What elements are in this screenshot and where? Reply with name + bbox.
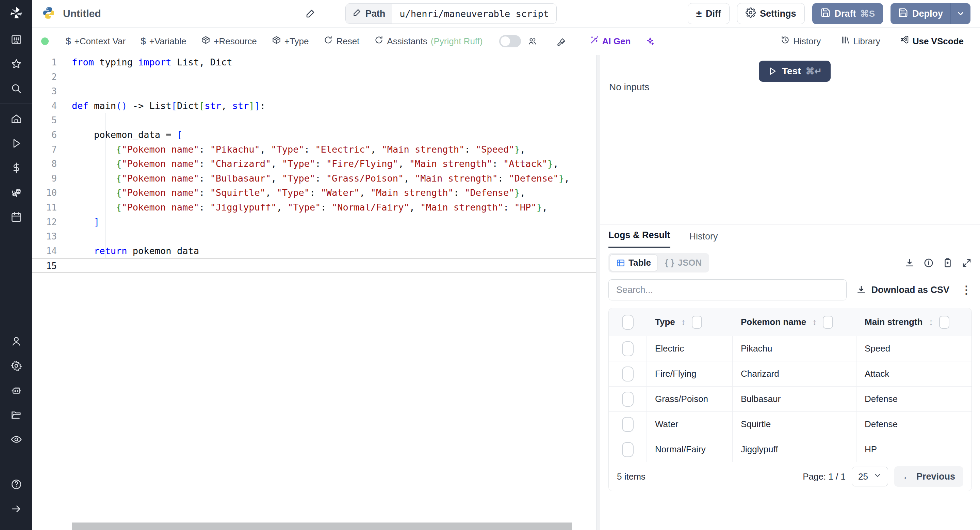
top-bar: Untitled Path u/henri/maneuverable_scrip…: [32, 0, 980, 27]
table-options-kebab-icon[interactable]: ⋮: [961, 283, 972, 296]
code-line-12[interactable]: 12 ]: [32, 215, 596, 230]
sidebar-item-resources[interactable]: [0, 180, 32, 205]
row-checkbox[interactable]: [622, 417, 633, 432]
column-toggle-box[interactable]: [823, 316, 833, 329]
ai-gen-button[interactable]: AI Gen: [582, 35, 638, 47]
add-context-var-button[interactable]: $ +Context Var: [58, 36, 133, 47]
view-table-button[interactable]: Table: [610, 254, 657, 271]
windmill-logo[interactable]: [0, 0, 32, 27]
path-editor[interactable]: Path u/henri/maneuverable_script: [345, 3, 557, 24]
add-type-button[interactable]: +Type: [264, 35, 317, 47]
sort-icon[interactable]: ↕: [812, 317, 817, 327]
sidebar-item-schedules[interactable]: [0, 205, 32, 229]
settings-button[interactable]: Settings: [737, 3, 805, 24]
info-icon[interactable]: [924, 258, 934, 268]
table-cell: Attack: [856, 361, 972, 386]
sidebar-item-settings[interactable]: [0, 354, 32, 378]
previous-page-button[interactable]: ← Previous: [894, 466, 963, 487]
page-size-select[interactable]: 25: [852, 467, 888, 486]
tab-logs-result[interactable]: Logs & Result: [608, 230, 670, 248]
copy-result-icon[interactable]: [943, 258, 953, 268]
path-label: Path: [366, 8, 385, 19]
select-all-checkbox[interactable]: [622, 315, 633, 330]
code-line-3[interactable]: 3: [32, 84, 596, 99]
diff-button[interactable]: ± Diff: [688, 3, 730, 24]
edit-path-pencil-icon: [353, 8, 361, 19]
code-line-6[interactable]: 6 pokemon_data = [: [32, 128, 596, 142]
multiplayer-users-icon: [524, 37, 540, 46]
sidebar-item-home[interactable]: [0, 107, 32, 131]
search-input[interactable]: [608, 279, 846, 300]
sidebar-item-apps[interactable]: [0, 27, 32, 52]
code-line-7[interactable]: 7 {"Pokemon name": "Pikachu", "Type": "E…: [32, 142, 596, 157]
multiplayer-toggle[interactable]: [499, 35, 521, 47]
row-checkbox[interactable]: [622, 442, 633, 457]
code-line-1[interactable]: 1from typing import List, Dict: [32, 55, 596, 70]
library-button[interactable]: Library: [833, 35, 888, 47]
view-json-button[interactable]: { } JSON: [659, 255, 708, 271]
sidebar-expand-arrow[interactable]: [0, 496, 32, 521]
sidebar-item-help[interactable]: [0, 472, 32, 496]
sidebar-item-users[interactable]: [0, 329, 32, 354]
reset-button[interactable]: Reset: [316, 35, 367, 47]
add-variable-button[interactable]: $ +Variable: [133, 36, 194, 47]
column-toggle-box[interactable]: [692, 316, 702, 329]
row-checkbox[interactable]: [622, 392, 633, 407]
sidebar-item-search[interactable]: [0, 76, 32, 101]
table-cell: Water: [647, 412, 733, 437]
format-brush-icon[interactable]: [549, 37, 573, 46]
table-cell: Grass/Poison: [647, 386, 733, 412]
code-line-15[interactable]: 15: [32, 258, 596, 273]
code-line-11[interactable]: 11 {"Pokemon name": "Jigglypuff", "Type"…: [32, 200, 596, 215]
history-button[interactable]: History: [773, 35, 828, 47]
sidebar-item-runs[interactable]: [0, 131, 32, 156]
code-line-2[interactable]: 2: [32, 70, 596, 85]
results-tabs: Logs & Result History: [600, 225, 980, 248]
vscode-icon: [900, 35, 909, 47]
sparkles-icon[interactable]: [638, 37, 662, 46]
pane-resize-handle[interactable]: [596, 55, 600, 530]
table-row: WaterSquirtleDefense: [609, 412, 972, 437]
line-number: 9: [32, 171, 72, 186]
test-button[interactable]: Test ⌘↵: [759, 61, 830, 82]
add-resource-button[interactable]: +Resource: [194, 35, 264, 47]
sidebar-item-variables[interactable]: [0, 156, 32, 180]
code-line-5[interactable]: 5: [32, 113, 596, 128]
draft-button[interactable]: Draft ⌘S: [812, 3, 883, 24]
sidebar-item-audit-logs[interactable]: [0, 427, 32, 452]
code-line-9[interactable]: 9 {"Pokemon name": "Bulbasaur", "Type": …: [32, 171, 596, 186]
row-checkbox[interactable]: [622, 341, 633, 356]
row-checkbox[interactable]: [622, 367, 633, 382]
editor-horizontal-scrollbar[interactable]: [72, 522, 572, 530]
save-icon: [821, 8, 830, 20]
table-cell: Normal/Fairy: [647, 437, 733, 462]
use-vscode-button[interactable]: Use VScode: [892, 35, 971, 47]
column-toggle-box[interactable]: [939, 316, 950, 329]
download-as-csv-button[interactable]: Download as CSV: [856, 285, 950, 295]
line-number: 5: [32, 113, 72, 128]
code-editor[interactable]: 1from typing import List, Dict234def mai…: [32, 55, 596, 530]
sort-icon[interactable]: ↕: [929, 317, 933, 327]
code-line-13[interactable]: 13: [32, 229, 596, 244]
table-cell: Electric: [647, 336, 733, 361]
line-number: 12: [32, 215, 72, 230]
sidebar-item-favorites[interactable]: [0, 52, 32, 76]
package-icon: [272, 35, 281, 47]
deploy-button[interactable]: Deploy: [891, 3, 950, 24]
sidebar-item-workers[interactable]: [0, 378, 32, 402]
download-result-icon[interactable]: [904, 258, 915, 268]
code-line-8[interactable]: 8 {"Pokemon name": "Charizard", "Type": …: [32, 157, 596, 171]
assistants-button[interactable]: Assistants (Pyright Ruff): [367, 35, 490, 47]
save-icon: [898, 8, 908, 20]
column-header: Type: [655, 317, 675, 327]
sort-icon[interactable]: ↕: [681, 317, 686, 327]
expand-fullscreen-icon[interactable]: [962, 258, 972, 268]
code-line-10[interactable]: 10 {"Pokemon name": "Squirtle", "Type": …: [32, 186, 596, 200]
code-line-14[interactable]: 14 return pokemon_data: [32, 244, 596, 259]
sidebar-item-folders[interactable]: [0, 402, 32, 427]
code-line-4[interactable]: 4def main() -> List[Dict[str, str]]:: [32, 99, 596, 113]
refresh-icon: [324, 35, 333, 47]
tab-history[interactable]: History: [689, 231, 718, 248]
deploy-options-chevron[interactable]: [950, 3, 970, 24]
edit-summary-pencil-icon[interactable]: [305, 8, 315, 19]
